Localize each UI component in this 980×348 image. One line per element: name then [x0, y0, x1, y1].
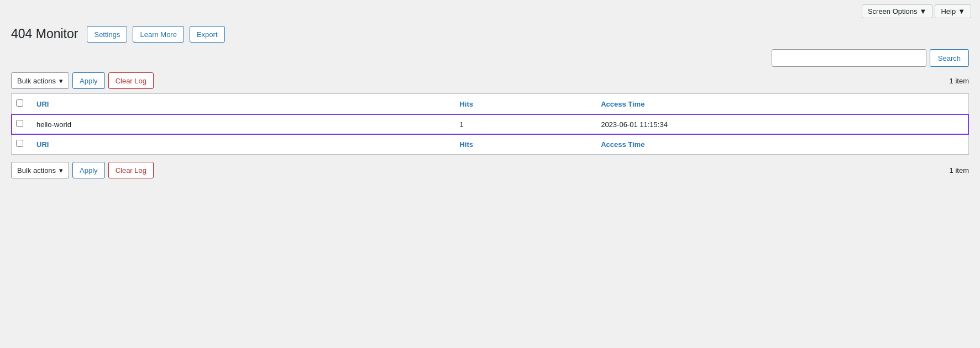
select-all-header: [12, 94, 28, 114]
search-button[interactable]: Search: [930, 49, 969, 67]
select-all-footer: [12, 134, 28, 155]
search-input[interactable]: [772, 49, 926, 67]
help-button[interactable]: Help ▼: [935, 4, 971, 18]
search-row: Search: [11, 49, 969, 67]
data-table: URI Hits Access Time hello-world 1: [12, 94, 968, 155]
table-footer: URI Hits Access Time: [12, 134, 968, 155]
screen-options-button[interactable]: Screen Options ▼: [862, 4, 932, 18]
access-time-value: 2023-06-01 11:15:34: [601, 120, 668, 129]
bulk-actions-button-top[interactable]: Bulk actions ▾: [11, 72, 69, 89]
export-button[interactable]: Export: [190, 26, 225, 43]
access-time-cell: 2023-06-01 11:15:34: [592, 114, 968, 135]
hits-column-header[interactable]: Hits: [450, 94, 592, 114]
table-footer-row: URI Hits Access Time: [12, 134, 968, 155]
data-table-wrapper: URI Hits Access Time hello-world 1: [11, 93, 969, 155]
learn-more-button[interactable]: Learn More: [133, 26, 184, 43]
uri-column-footer[interactable]: URI: [28, 134, 450, 155]
main-content: 404 Monitor Settings Learn More Export S…: [0, 20, 980, 194]
select-all-checkbox-footer[interactable]: [16, 140, 23, 147]
settings-button[interactable]: Settings: [87, 26, 127, 43]
item-count-bottom: 1 item: [950, 166, 969, 175]
bulk-actions-chevron-top: ▾: [59, 77, 63, 85]
bulk-actions-button-bottom[interactable]: Bulk actions ▾: [11, 162, 69, 178]
bottom-toolbar: Bulk actions ▾ Apply Clear Log 1 item: [11, 162, 969, 178]
clear-log-button-top[interactable]: Clear Log: [108, 72, 154, 89]
screen-options-label: Screen Options: [868, 7, 918, 15]
top-toolbar: Bulk actions ▾ Apply Clear Log 1 item: [11, 72, 969, 89]
apply-button-top[interactable]: Apply: [72, 72, 105, 89]
select-all-checkbox[interactable]: [16, 99, 23, 107]
uri-value: hello-world: [36, 120, 71, 129]
page-title: 404 Monitor: [11, 26, 78, 43]
help-chevron: ▼: [958, 7, 965, 15]
screen-options-chevron: ▼: [920, 7, 927, 15]
hits-cell: 1: [450, 114, 592, 135]
help-label: Help: [941, 7, 956, 15]
clear-log-button-bottom[interactable]: Clear Log: [108, 162, 154, 178]
bulk-actions-chevron-bottom: ▾: [59, 166, 63, 175]
hits-column-footer[interactable]: Hits: [450, 134, 592, 155]
table-header: URI Hits Access Time: [12, 94, 968, 114]
hits-value: 1: [459, 120, 463, 129]
page-header: 404 Monitor Settings Learn More Export: [11, 26, 969, 43]
bulk-actions-label-top: Bulk actions: [17, 77, 56, 85]
item-count-top: 1 item: [950, 77, 969, 85]
table-header-row: URI Hits Access Time: [12, 94, 968, 114]
table-body: hello-world 1 2023-06-01 11:15:34: [12, 114, 968, 135]
access-time-column-header[interactable]: Access Time: [592, 94, 968, 114]
top-bar: Screen Options ▼ Help ▼: [0, 0, 980, 20]
row-checkbox[interactable]: [16, 120, 23, 127]
uri-column-header[interactable]: URI: [28, 94, 450, 114]
apply-button-bottom[interactable]: Apply: [72, 162, 105, 178]
row-checkbox-cell: [12, 114, 28, 135]
bulk-actions-label-bottom: Bulk actions: [17, 166, 56, 175]
uri-cell: hello-world: [28, 114, 450, 135]
table-row: hello-world 1 2023-06-01 11:15:34: [12, 114, 968, 135]
access-time-column-footer[interactable]: Access Time: [592, 134, 968, 155]
